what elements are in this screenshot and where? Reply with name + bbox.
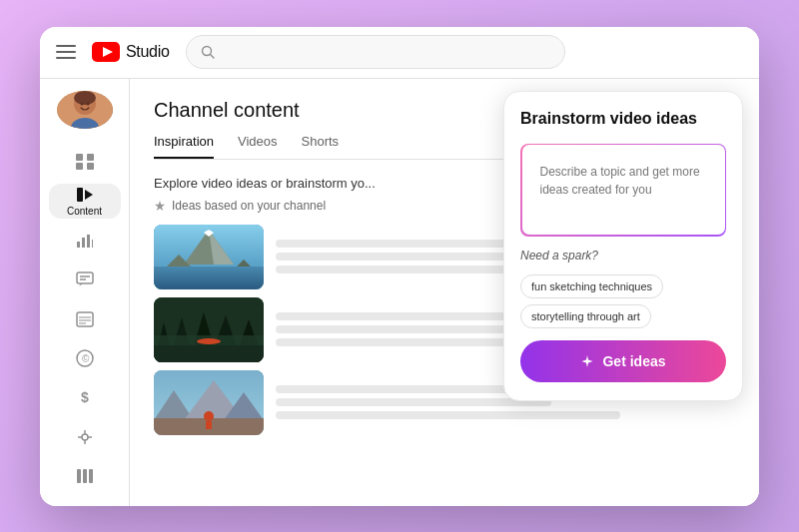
brainstorm-title: Brainstorm video ideas — [520, 110, 726, 128]
analytics-icon — [76, 233, 94, 249]
brainstorm-panel: Brainstorm video ideas Need a spark? fun… — [503, 91, 743, 401]
idea-input-area[interactable] — [522, 145, 725, 235]
svg-rect-13 — [87, 163, 94, 170]
content-area: Channel content Inspiration Videos Short… — [130, 79, 759, 506]
subtitles-icon — [76, 311, 94, 327]
svg-rect-36 — [77, 469, 81, 483]
svg-text:$: $ — [81, 389, 89, 405]
textarea-wrapper — [520, 144, 726, 237]
menu-icon[interactable] — [56, 45, 76, 59]
tab-shorts[interactable]: Shorts — [302, 134, 340, 159]
sidebar-item-dashboard[interactable] — [49, 145, 121, 180]
sidebar-item-content-label: Content — [67, 206, 102, 217]
sidebar-item-analytics[interactable] — [49, 223, 121, 258]
sidebar-item-customize[interactable] — [49, 419, 121, 454]
tab-inspiration[interactable]: Inspiration — [154, 134, 214, 159]
need-spark-label: Need a spark? — [520, 249, 726, 263]
logo-area: Studio — [92, 42, 170, 62]
idea-textarea[interactable] — [530, 153, 717, 223]
video-thumbnail-2 — [154, 297, 264, 362]
get-ideas-button[interactable]: Get ideas — [520, 340, 726, 382]
spark-hint-icon — [154, 200, 166, 212]
sidebar-item-monetize[interactable]: $ — [49, 380, 121, 415]
copyright-icon: © — [76, 349, 94, 367]
svg-rect-19 — [92, 240, 93, 248]
avatar — [57, 91, 113, 129]
sidebar-item-comments[interactable] — [49, 263, 121, 297]
svg-rect-24 — [77, 312, 93, 326]
library-icon — [76, 468, 94, 484]
content-icon — [76, 187, 94, 203]
svg-point-55 — [197, 338, 221, 344]
svg-point-9 — [86, 102, 89, 105]
browser-window: Studio — [40, 27, 759, 506]
svg-rect-37 — [83, 469, 87, 483]
tab-videos[interactable]: Videos — [238, 134, 278, 159]
customize-icon — [76, 429, 94, 445]
chip-storytelling[interactable]: storytelling through art — [520, 304, 651, 328]
svg-point-8 — [80, 102, 83, 105]
comments-icon — [76, 271, 94, 287]
svg-rect-10 — [76, 154, 83, 161]
studio-label: Studio — [126, 43, 170, 61]
svg-rect-45 — [154, 266, 264, 289]
sidebar-item-subtitles[interactable] — [49, 301, 121, 336]
top-bar: Studio — [40, 27, 759, 79]
svg-marker-63 — [582, 355, 593, 367]
svg-rect-20 — [77, 272, 93, 283]
svg-rect-54 — [154, 345, 264, 362]
suggestion-chips: fun sketching techniques storytelling th… — [520, 274, 726, 328]
svg-rect-16 — [77, 242, 80, 248]
svg-rect-17 — [82, 238, 85, 248]
sidebar: Content — [40, 79, 130, 506]
sidebar-item-content[interactable]: Content — [49, 184, 121, 219]
search-bar[interactable] — [186, 35, 565, 69]
video-line — [276, 266, 532, 273]
svg-point-61 — [204, 411, 214, 421]
search-icon — [201, 45, 215, 59]
svg-point-6 — [74, 91, 96, 105]
video-thumbnail-3 — [154, 370, 264, 435]
svg-rect-11 — [87, 154, 94, 161]
svg-marker-39 — [155, 201, 165, 211]
avatar-image — [57, 91, 113, 129]
svg-text:©: © — [82, 353, 90, 364]
youtube-logo-icon — [92, 42, 120, 62]
dollar-icon: $ — [77, 388, 93, 406]
svg-marker-15 — [85, 190, 93, 200]
main-content: Content — [40, 79, 759, 506]
svg-rect-12 — [76, 163, 83, 170]
spark-hint-label: Ideas based on your channel — [172, 199, 326, 213]
get-ideas-label: Get ideas — [602, 353, 665, 369]
chip-sketching[interactable]: fun sketching techniques — [520, 274, 663, 298]
dashboard-icon — [75, 153, 95, 171]
video-thumbnail-1 — [154, 225, 264, 289]
svg-rect-14 — [77, 188, 83, 202]
sidebar-item-library[interactable] — [49, 458, 121, 493]
video-line — [276, 338, 532, 346]
svg-line-3 — [210, 55, 214, 59]
svg-point-31 — [82, 434, 88, 440]
video-line — [276, 411, 620, 419]
svg-rect-18 — [87, 235, 90, 248]
sidebar-item-copyright[interactable]: © — [49, 340, 121, 375]
video-line — [276, 398, 551, 406]
svg-rect-62 — [206, 421, 212, 429]
sparkle-icon — [580, 354, 594, 368]
svg-rect-38 — [89, 469, 93, 483]
